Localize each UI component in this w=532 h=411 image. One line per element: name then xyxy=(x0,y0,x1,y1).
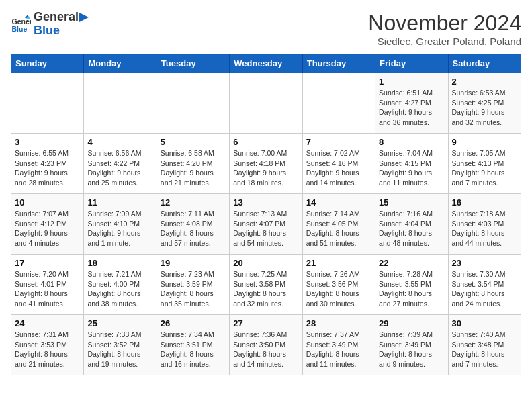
header-day: Saturday xyxy=(448,54,521,73)
calendar-cell: 8Sunrise: 7:04 AM Sunset: 4:15 PM Daylig… xyxy=(375,134,448,194)
day-info: Sunrise: 7:13 AM Sunset: 4:07 PM Dayligh… xyxy=(233,209,298,248)
calendar-cell: 16Sunrise: 7:18 AM Sunset: 4:03 PM Dayli… xyxy=(448,194,521,255)
calendar-cell: 11Sunrise: 7:09 AM Sunset: 4:10 PM Dayli… xyxy=(84,194,157,255)
svg-text:Blue: Blue xyxy=(12,24,28,32)
logo: General Blue General▶ Blue xyxy=(11,11,88,38)
calendar-cell: 22Sunrise: 7:28 AM Sunset: 3:55 PM Dayli… xyxy=(375,255,448,315)
logo-icon: General Blue xyxy=(11,14,31,34)
header-row: SundayMondayTuesdayWednesdayThursdayFrid… xyxy=(11,54,521,73)
day-info: Sunrise: 7:36 AM Sunset: 3:50 PM Dayligh… xyxy=(233,330,298,369)
day-info: Sunrise: 7:20 AM Sunset: 4:01 PM Dayligh… xyxy=(15,269,80,309)
calendar-cell: 12Sunrise: 7:11 AM Sunset: 4:08 PM Dayli… xyxy=(157,194,229,255)
calendar-cell: 29Sunrise: 7:39 AM Sunset: 3:49 PM Dayli… xyxy=(375,315,448,375)
title-area: November 2024 Siedlec, Greater Poland, P… xyxy=(368,11,521,47)
day-number: 23 xyxy=(452,258,517,268)
calendar-cell: 9Sunrise: 7:05 AM Sunset: 4:13 PM Daylig… xyxy=(448,134,521,194)
calendar-week-row: 1Sunrise: 6:51 AM Sunset: 4:27 PM Daylig… xyxy=(11,73,521,134)
calendar-week-row: 10Sunrise: 7:07 AM Sunset: 4:12 PM Dayli… xyxy=(11,194,521,255)
day-info: Sunrise: 7:23 AM Sunset: 3:59 PM Dayligh… xyxy=(161,269,226,309)
day-number: 13 xyxy=(233,197,298,208)
calendar-cell: 20Sunrise: 7:25 AM Sunset: 3:58 PM Dayli… xyxy=(230,255,302,315)
day-number: 6 xyxy=(233,137,298,147)
logo-general-text: General▶ xyxy=(34,11,88,24)
calendar-cell xyxy=(302,73,375,134)
calendar-cell: 1Sunrise: 6:51 AM Sunset: 4:27 PM Daylig… xyxy=(375,73,448,134)
day-info: Sunrise: 7:05 AM Sunset: 4:13 PM Dayligh… xyxy=(452,148,517,188)
calendar-cell: 14Sunrise: 7:14 AM Sunset: 4:05 PM Dayli… xyxy=(302,194,375,255)
day-info: Sunrise: 7:31 AM Sunset: 3:53 PM Dayligh… xyxy=(15,330,80,369)
header-day: Monday xyxy=(84,54,157,73)
calendar-cell: 23Sunrise: 7:30 AM Sunset: 3:54 PM Dayli… xyxy=(448,255,521,315)
calendar-cell: 3Sunrise: 6:55 AM Sunset: 4:23 PM Daylig… xyxy=(11,134,84,194)
calendar-cell xyxy=(84,73,157,134)
header-day: Tuesday xyxy=(157,54,229,73)
day-info: Sunrise: 7:09 AM Sunset: 4:10 PM Dayligh… xyxy=(87,209,152,248)
day-number: 12 xyxy=(161,197,226,208)
day-number: 14 xyxy=(306,197,371,208)
calendar-cell: 26Sunrise: 7:34 AM Sunset: 3:51 PM Dayli… xyxy=(157,315,229,375)
day-info: Sunrise: 7:11 AM Sunset: 4:08 PM Dayligh… xyxy=(161,209,226,248)
calendar-week-row: 17Sunrise: 7:20 AM Sunset: 4:01 PM Dayli… xyxy=(11,255,521,315)
day-number: 18 xyxy=(87,258,152,268)
calendar-cell: 21Sunrise: 7:26 AM Sunset: 3:56 PM Dayli… xyxy=(302,255,375,315)
day-number: 4 xyxy=(87,137,152,147)
day-info: Sunrise: 7:00 AM Sunset: 4:18 PM Dayligh… xyxy=(233,148,298,188)
day-info: Sunrise: 7:04 AM Sunset: 4:15 PM Dayligh… xyxy=(379,148,444,188)
day-number: 7 xyxy=(306,137,371,147)
day-info: Sunrise: 6:55 AM Sunset: 4:23 PM Dayligh… xyxy=(15,148,80,188)
calendar-cell: 30Sunrise: 7:40 AM Sunset: 3:48 PM Dayli… xyxy=(448,315,521,375)
day-info: Sunrise: 7:14 AM Sunset: 4:05 PM Dayligh… xyxy=(306,209,371,248)
calendar-cell xyxy=(11,73,84,134)
header-day: Thursday xyxy=(302,54,375,73)
day-info: Sunrise: 7:16 AM Sunset: 4:04 PM Dayligh… xyxy=(379,209,444,248)
day-number: 17 xyxy=(15,258,80,268)
logo-blue-text: Blue xyxy=(34,24,88,38)
day-info: Sunrise: 7:07 AM Sunset: 4:12 PM Dayligh… xyxy=(15,209,80,248)
day-info: Sunrise: 6:56 AM Sunset: 4:22 PM Dayligh… xyxy=(87,148,152,188)
day-number: 9 xyxy=(452,137,517,147)
day-info: Sunrise: 7:30 AM Sunset: 3:54 PM Dayligh… xyxy=(452,269,517,309)
location-title: Siedlec, Greater Poland, Poland xyxy=(368,36,521,47)
calendar-cell: 24Sunrise: 7:31 AM Sunset: 3:53 PM Dayli… xyxy=(11,315,84,375)
day-number: 16 xyxy=(452,197,517,208)
day-number: 19 xyxy=(161,258,226,268)
day-number: 15 xyxy=(379,197,444,208)
calendar-cell xyxy=(157,73,229,134)
month-title: November 2024 xyxy=(368,11,521,36)
day-info: Sunrise: 7:40 AM Sunset: 3:48 PM Dayligh… xyxy=(452,330,517,369)
header-day: Wednesday xyxy=(230,54,302,73)
day-number: 8 xyxy=(379,137,444,147)
day-number: 26 xyxy=(161,318,226,328)
calendar-cell: 5Sunrise: 6:58 AM Sunset: 4:20 PM Daylig… xyxy=(157,134,229,194)
calendar-cell: 10Sunrise: 7:07 AM Sunset: 4:12 PM Dayli… xyxy=(11,194,84,255)
calendar-cell: 27Sunrise: 7:36 AM Sunset: 3:50 PM Dayli… xyxy=(230,315,302,375)
header-day: Friday xyxy=(375,54,448,73)
day-info: Sunrise: 7:26 AM Sunset: 3:56 PM Dayligh… xyxy=(306,269,371,309)
day-info: Sunrise: 7:21 AM Sunset: 4:00 PM Dayligh… xyxy=(87,269,152,309)
day-number: 28 xyxy=(306,318,371,328)
day-info: Sunrise: 7:18 AM Sunset: 4:03 PM Dayligh… xyxy=(452,209,517,248)
day-info: Sunrise: 7:34 AM Sunset: 3:51 PM Dayligh… xyxy=(161,330,226,369)
day-info: Sunrise: 7:02 AM Sunset: 4:16 PM Dayligh… xyxy=(306,148,371,188)
day-number: 1 xyxy=(379,77,444,87)
calendar-cell: 17Sunrise: 7:20 AM Sunset: 4:01 PM Dayli… xyxy=(11,255,84,315)
day-number: 5 xyxy=(161,137,226,147)
day-number: 30 xyxy=(452,318,517,328)
calendar-cell: 6Sunrise: 7:00 AM Sunset: 4:18 PM Daylig… xyxy=(230,134,302,194)
calendar-week-row: 3Sunrise: 6:55 AM Sunset: 4:23 PM Daylig… xyxy=(11,134,521,194)
calendar-cell: 7Sunrise: 7:02 AM Sunset: 4:16 PM Daylig… xyxy=(302,134,375,194)
day-number: 27 xyxy=(233,318,298,328)
day-info: Sunrise: 7:39 AM Sunset: 3:49 PM Dayligh… xyxy=(379,330,444,369)
day-number: 10 xyxy=(15,197,80,208)
calendar-cell xyxy=(230,73,302,134)
day-number: 11 xyxy=(87,197,152,208)
calendar-header: SundayMondayTuesdayWednesdayThursdayFrid… xyxy=(11,54,521,73)
calendar-body: 1Sunrise: 6:51 AM Sunset: 4:27 PM Daylig… xyxy=(11,73,521,375)
day-info: Sunrise: 6:51 AM Sunset: 4:27 PM Dayligh… xyxy=(379,88,444,128)
day-number: 29 xyxy=(379,318,444,328)
day-number: 2 xyxy=(452,77,517,87)
calendar-table: SundayMondayTuesdayWednesdayThursdayFrid… xyxy=(11,54,521,375)
calendar-cell: 25Sunrise: 7:33 AM Sunset: 3:52 PM Dayli… xyxy=(84,315,157,375)
day-info: Sunrise: 6:58 AM Sunset: 4:20 PM Dayligh… xyxy=(161,148,226,188)
day-info: Sunrise: 7:25 AM Sunset: 3:58 PM Dayligh… xyxy=(233,269,298,309)
